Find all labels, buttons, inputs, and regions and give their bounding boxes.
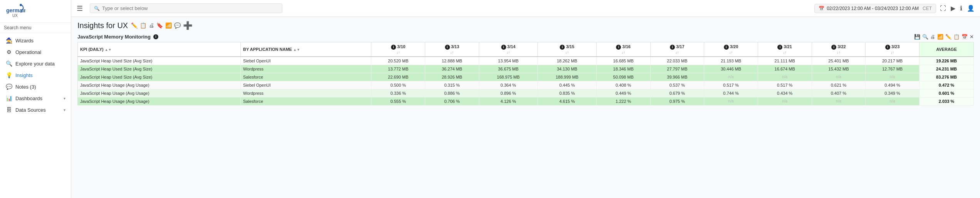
table-cell: 21.111 MB — [758, 57, 812, 65]
col-315: i 3/15 ↓↑ — [538, 42, 597, 57]
table-row: JavaScript Heap Usage (Avg Usage)Salesfo… — [78, 97, 974, 105]
sidebar-item-wizards[interactable]: 🧙 Wizards — [0, 35, 71, 46]
sort-icon[interactable]: ▲▼ — [105, 48, 112, 52]
kpi-cell: JavaScript Heap Usage (Avg Usage) — [78, 97, 241, 105]
edit-icon[interactable]: ✏️ — [131, 22, 138, 29]
table-cell: 13.954 MB — [479, 57, 538, 65]
page-title-row: Insights for UX ✏️ 📋 🖨 🔖 📶 💬 ➕ — [77, 21, 974, 30]
widget-save-icon[interactable]: 💾 — [914, 34, 920, 40]
svg-text:UX: UX — [12, 13, 18, 18]
user-icon[interactable]: 👤 — [967, 5, 975, 12]
topbar: ☰ 🔍 📅 02/22/2023 12:00 AM - 03/24/2023 1… — [71, 0, 980, 17]
timezone-label: CET — [923, 6, 932, 11]
col-info-icon[interactable]: i — [670, 45, 675, 50]
sort-icon[interactable]: ▲▼ — [293, 48, 300, 52]
table-cell: 20.520 MB — [371, 57, 425, 65]
col-info-icon[interactable]: i — [777, 45, 782, 50]
print-icon[interactable]: 🖨 — [149, 22, 154, 29]
table-cell: n/a — [866, 97, 920, 105]
table-cell: 18.262 MB — [538, 57, 597, 65]
col-subrow: ↓↑ — [566, 50, 569, 54]
add-icon[interactable]: ➕ — [183, 21, 193, 30]
widget-info-icon[interactable]: i — [153, 34, 158, 39]
table-cell: 12.888 MB — [425, 57, 479, 65]
chevron-down-icon: ▾ — [64, 108, 65, 112]
table-row: JavaScript Heap Usage (Avg Usage)Wordpre… — [78, 89, 974, 97]
col-322: i 3/22 ↓↑ — [812, 42, 866, 57]
avg-cell: 83.276 MB — [919, 73, 973, 81]
table-cell: 12.767 MB — [866, 65, 920, 73]
avg-cell: 0.472 % — [919, 81, 973, 89]
sidebar: germain UX Search menu 🧙 Wizards ⚙ Opera… — [0, 0, 71, 198]
table-row: JavaScript Heap Used Size (Avg Size)Sale… — [78, 73, 974, 81]
col-info-icon[interactable]: i — [724, 45, 729, 50]
table-body: JavaScript Heap Used Size (Avg Size)Sieb… — [78, 57, 974, 106]
col-info-icon[interactable]: i — [501, 45, 506, 50]
widget-chart-icon[interactable]: 📶 — [937, 34, 943, 40]
table-cell: n/a — [704, 97, 758, 105]
fullscreen-icon[interactable]: ⛶ — [940, 5, 946, 12]
app-cell: Salesforce — [241, 73, 371, 81]
widget-search-icon[interactable]: 🔍 — [922, 34, 928, 40]
sidebar-item-datasources[interactable]: 🗄 Data Sources ▾ — [0, 104, 71, 116]
widget-header: JavaScript Memory Monitoring i 💾 🔍 🖨 📶 ✏… — [77, 34, 974, 40]
date-range-selector[interactable]: 📅 02/22/2023 12:00 AM - 03/24/2023 12:00… — [814, 4, 936, 13]
sidebar-item-insights[interactable]: 💡 Insights — [0, 69, 71, 81]
table-cell: 0.494 % — [866, 81, 920, 89]
sidebar-item-label: Data Sources — [15, 107, 46, 113]
col-subrow: ↓↑ — [729, 50, 733, 54]
table-cell: 0.555 % — [371, 97, 425, 105]
table-cell: 22.690 MB — [371, 73, 425, 81]
notes-icon: 💬 — [5, 84, 12, 90]
bookmark-icon[interactable]: 🔖 — [156, 22, 163, 29]
table-cell: 28.926 MB — [425, 73, 479, 81]
col-avg-label: AVERAGE — [936, 47, 957, 52]
col-316: i 3/16 ↓↑ — [596, 42, 650, 57]
table-cell: n/a — [704, 73, 758, 81]
copy-icon[interactable]: 📋 — [140, 22, 146, 29]
table-cell: n/a — [758, 73, 812, 81]
col-info-icon[interactable]: i — [885, 45, 890, 50]
insights-icon: 💡 — [5, 72, 12, 78]
table-cell: 36.675 MB — [479, 65, 538, 73]
hamburger-icon[interactable]: ☰ — [77, 4, 83, 13]
widget-close-icon[interactable]: ✕ — [970, 34, 974, 40]
table-cell: 1.222 % — [596, 97, 650, 105]
info-icon[interactable]: ℹ — [960, 5, 962, 12]
search-input[interactable] — [102, 5, 278, 11]
widget-edit-icon[interactable]: ✏️ — [945, 34, 951, 40]
comment-icon[interactable]: 💬 — [174, 22, 181, 29]
col-info-icon[interactable]: i — [560, 45, 565, 50]
sidebar-item-label: Explore your data — [15, 61, 55, 67]
col-info-icon[interactable]: i — [445, 45, 450, 50]
data-table-wrapper: KPI (DAILY) ▲▼ BY APPLICATION NAME ▲▼ i … — [77, 42, 974, 106]
col-321: i 3/21 ↓↑ — [758, 42, 812, 57]
col-app: BY APPLICATION NAME ▲▼ — [241, 42, 371, 57]
main-content: ☰ 🔍 📅 02/22/2023 12:00 AM - 03/24/2023 1… — [71, 0, 980, 198]
dashboards-icon: 📊 — [5, 95, 12, 101]
sidebar-item-operational[interactable]: ⚙ Operational — [0, 46, 71, 58]
table-cell: 0.975 % — [650, 97, 704, 105]
table-cell: 16.685 MB — [596, 57, 650, 65]
chart-icon[interactable]: 📶 — [165, 22, 172, 29]
search-bar[interactable]: 🔍 — [90, 3, 282, 13]
widget-copy-icon[interactable]: 📋 — [953, 34, 960, 40]
sidebar-item-dashboards[interactable]: 📊 Dashboards ▾ — [0, 92, 71, 104]
table-cell: n/a — [866, 73, 920, 81]
app-cell: Salesforce — [241, 97, 371, 105]
table-cell: 188.999 MB — [538, 73, 597, 81]
sidebar-item-explore[interactable]: 🔍 Explore your data — [0, 58, 71, 69]
kpi-cell: JavaScript Heap Usage (Avg Usage) — [78, 81, 241, 89]
table-cell: 0.679 % — [650, 89, 704, 97]
col-info-icon[interactable]: i — [616, 45, 621, 50]
widget-calendar-icon[interactable]: 📅 — [962, 34, 968, 40]
widget-print-icon[interactable]: 🖨 — [930, 34, 935, 40]
table-cell: 0.621 % — [812, 81, 866, 89]
col-info-icon[interactable]: i — [831, 45, 836, 50]
table-cell: 168.975 MB — [479, 73, 538, 81]
sidebar-item-notes[interactable]: 💬 Notes (3) — [0, 81, 71, 92]
col-info-icon[interactable]: i — [391, 45, 396, 50]
topbar-icons: ⛶ ▶ ℹ 👤 — [940, 5, 975, 12]
col-average: AVERAGE — [919, 42, 973, 57]
play-icon[interactable]: ▶ — [951, 5, 955, 12]
